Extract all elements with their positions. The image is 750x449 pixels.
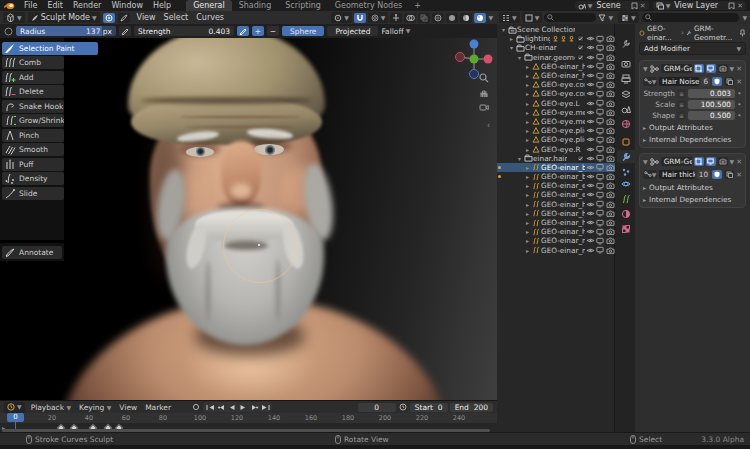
edit-mode-display-toggle[interactable]	[694, 64, 704, 73]
collapse-icon[interactable]: ▾	[508, 44, 515, 51]
blender-logo-icon[interactable]	[0, 2, 19, 10]
end-frame-field[interactable]: End 200	[450, 403, 493, 412]
camera-toggle-icon[interactable]	[605, 90, 615, 97]
modifier-header[interactable]: ▼ GRM-Geo... ▼ ✕	[643, 156, 742, 167]
eye-toggle-icon[interactable]	[585, 228, 595, 235]
modifier-name-field[interactable]: GRM-Geo...	[661, 157, 692, 166]
timeline-editor-type-button[interactable]: ▼	[4, 402, 25, 413]
screen-toggle-icon[interactable]	[595, 53, 605, 61]
shading-wireframe-icon[interactable]	[432, 13, 444, 23]
camera-toggle-icon[interactable]	[605, 136, 615, 143]
outliner-row[interactable]: ▾einar.hair	[497, 154, 615, 163]
screen-toggle-icon[interactable]	[595, 81, 605, 89]
screen-toggle-icon[interactable]	[595, 108, 605, 116]
outliner-row[interactable]: ▾CH-einar	[497, 43, 615, 52]
outliner-row[interactable]: ▸GEO-eye.L	[497, 99, 615, 108]
input-attribute-toggle[interactable]: ≡	[677, 111, 686, 120]
scale-value-slider[interactable]: 100.500	[688, 100, 735, 109]
scene-name[interactable]: Scene	[594, 1, 628, 10]
eye-toggle-icon[interactable]	[585, 146, 595, 153]
node-tree-browse-button[interactable]: ▼	[643, 77, 657, 86]
brush-toggle[interactable]	[118, 13, 130, 23]
expand-icon[interactable]: ▸	[524, 219, 531, 226]
expand-icon[interactable]: ▸	[524, 127, 531, 134]
camera-toggle-icon[interactable]	[605, 100, 615, 107]
expand-icon[interactable]: ▸	[524, 146, 531, 153]
camera-toggle-icon[interactable]	[605, 118, 615, 125]
outliner-row[interactable]: ▸GEO-eye.plica_s	[497, 135, 615, 144]
playhead[interactable]: 0	[7, 413, 24, 422]
curves-orb-toggle[interactable]	[103, 13, 115, 23]
xray-toggle-icon[interactable]	[418, 13, 430, 23]
eye-toggle-icon[interactable]	[585, 247, 595, 254]
camera-toggle-icon[interactable]	[605, 219, 615, 226]
camera-toggle-icon[interactable]	[605, 146, 615, 153]
outliner-row[interactable]: ▸GEO-einar_hair	[497, 209, 615, 218]
checkbox-toggle-icon[interactable]	[575, 54, 585, 61]
outliner-row[interactable]: ▸GEO-einar_mus	[497, 236, 615, 245]
brush-subtract-button[interactable]: −	[267, 26, 279, 36]
eye-toggle-icon[interactable]	[585, 44, 595, 51]
render-display-toggle[interactable]	[718, 64, 728, 73]
realtime-display-toggle[interactable]	[706, 157, 716, 166]
section-output-attributes[interactable]: ▸Output Attributes	[643, 182, 742, 192]
collapse-icon[interactable]: ▾	[500, 26, 507, 33]
realtime-display-toggle[interactable]	[706, 64, 716, 73]
eye-toggle-icon[interactable]	[585, 237, 595, 244]
expand-icon[interactable]: ▸	[524, 63, 531, 70]
eye-toggle-icon[interactable]	[585, 173, 595, 180]
camera-toggle-icon[interactable]	[605, 155, 615, 162]
menu-render[interactable]: Render	[68, 1, 106, 10]
properties-tab-material[interactable]	[617, 207, 635, 220]
close-icon[interactable]: ✕	[736, 65, 742, 73]
camera-toggle-icon[interactable]	[605, 164, 615, 171]
animate-dot-icon[interactable]: •	[737, 89, 742, 98]
collapse-icon[interactable]: ▼	[643, 159, 648, 165]
strength-slider[interactable]: Strength 0.403	[134, 26, 234, 36]
outliner-row[interactable]: ▸GEO-einar_head	[497, 71, 615, 80]
outliner-row[interactable]: ▸lighting	[497, 34, 615, 43]
properties-tab-physics[interactable]	[617, 177, 635, 190]
expand-icon[interactable]: ▸	[524, 228, 531, 235]
input-attribute-toggle[interactable]: ≡	[677, 89, 686, 98]
add-modifier-button[interactable]: Add Modifier ▼	[639, 42, 746, 55]
eye-toggle-icon[interactable]	[585, 219, 595, 226]
modifier-extras-icon[interactable]: ▼	[730, 159, 735, 165]
unlink-scene-icon[interactable]: ✕	[640, 2, 646, 10]
radius-pressure-icon[interactable]	[119, 26, 131, 36]
properties-tab-output[interactable]	[617, 72, 635, 85]
falloff-dropdown[interactable]: Falloff ▼	[381, 27, 410, 36]
checkbox-toggle-icon[interactable]	[575, 44, 585, 51]
screen-toggle-icon[interactable]	[595, 182, 605, 190]
properties-search-input[interactable]	[642, 13, 740, 22]
zoom-icon[interactable]	[479, 73, 489, 83]
view-layer-name[interactable]: View Layer	[672, 1, 726, 10]
outliner-row[interactable]: ▸GEO-eye.R	[497, 144, 615, 153]
tool-pinch[interactable]: Pinch	[2, 129, 64, 142]
camera-toggle-icon[interactable]	[605, 182, 615, 189]
tool-selection-paint[interactable]: Selection Paint	[2, 42, 98, 55]
unlink-icon[interactable]: ✕	[736, 171, 742, 179]
input-attribute-toggle[interactable]: ≡	[677, 100, 686, 109]
collapse-icon[interactable]: ▾	[516, 54, 523, 61]
screen-toggle-icon[interactable]	[595, 173, 605, 181]
eye-toggle-icon[interactable]	[585, 90, 595, 97]
menu-help[interactable]: Help	[148, 1, 176, 10]
expand-icon[interactable]: ▸	[524, 136, 531, 143]
menu-edit[interactable]: Edit	[42, 1, 68, 10]
timeline-menu-marker[interactable]: Marker	[141, 403, 175, 412]
current-frame-field[interactable]: 0	[358, 403, 396, 412]
expand-icon[interactable]: ▸	[524, 72, 531, 79]
node-tree-browse-button[interactable]: ▼	[643, 170, 657, 179]
expand-icon[interactable]: ▸	[524, 210, 531, 217]
camera-toggle-icon[interactable]	[605, 228, 615, 235]
tool-grow-shrink[interactable]: Grow/Shrink	[2, 114, 64, 127]
workspace-tab-general[interactable]: General	[186, 0, 232, 11]
outliner-row[interactable]: ▾einar.geometry	[497, 53, 615, 62]
tool-smooth[interactable]: Smooth	[2, 143, 64, 156]
expand-icon[interactable]: ▸	[524, 109, 531, 116]
expand-icon[interactable]: ▸	[524, 237, 531, 244]
eye-toggle-icon[interactable]	[585, 191, 595, 198]
camera-toggle-icon[interactable]	[605, 81, 615, 88]
camera-toggle-icon[interactable]	[605, 127, 615, 134]
